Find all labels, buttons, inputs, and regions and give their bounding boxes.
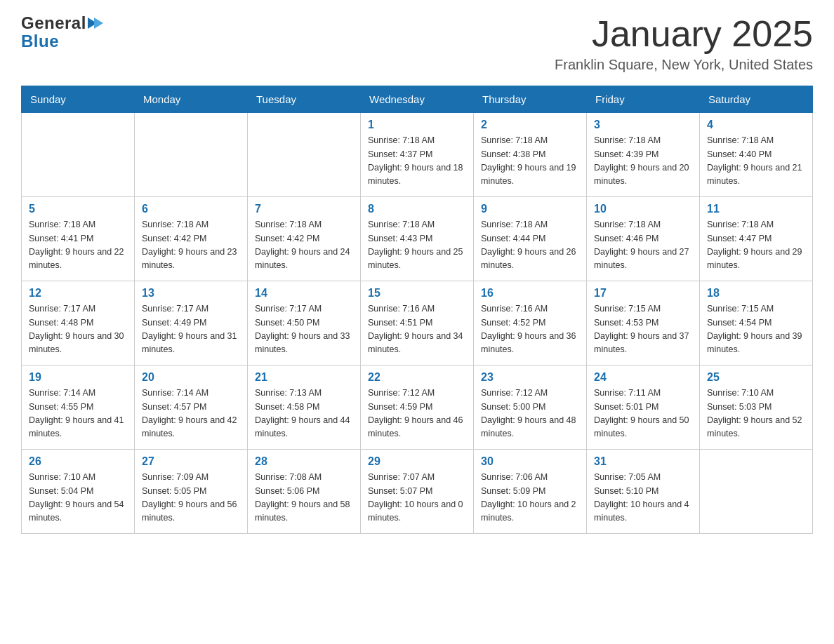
calendar-day-header: Tuesday	[248, 86, 361, 113]
calendar-cell: 28Sunrise: 7:08 AM Sunset: 5:06 PM Dayli…	[248, 450, 361, 534]
calendar-week-row: 12Sunrise: 7:17 AM Sunset: 4:48 PM Dayli…	[22, 281, 813, 365]
calendar-cell: 27Sunrise: 7:09 AM Sunset: 5:05 PM Dayli…	[135, 450, 248, 534]
day-number: 26	[29, 455, 127, 468]
day-info: Sunrise: 7:10 AM Sunset: 5:04 PM Dayligh…	[29, 471, 127, 525]
calendar-table: SundayMondayTuesdayWednesdayThursdayFrid…	[21, 86, 813, 534]
day-info: Sunrise: 7:09 AM Sunset: 5:05 PM Dayligh…	[142, 471, 240, 525]
day-number: 14	[255, 287, 353, 300]
calendar-week-row: 26Sunrise: 7:10 AM Sunset: 5:04 PM Dayli…	[22, 450, 813, 534]
calendar-cell: 17Sunrise: 7:15 AM Sunset: 4:53 PM Dayli…	[587, 281, 700, 365]
day-info: Sunrise: 7:07 AM Sunset: 5:07 PM Dayligh…	[368, 471, 466, 525]
day-number: 13	[142, 287, 240, 300]
calendar-cell	[700, 450, 813, 534]
day-info: Sunrise: 7:18 AM Sunset: 4:40 PM Dayligh…	[707, 134, 805, 189]
day-number: 24	[594, 371, 692, 384]
day-info: Sunrise: 7:17 AM Sunset: 4:49 PM Dayligh…	[142, 302, 240, 357]
day-number: 7	[255, 203, 353, 215]
day-number: 29	[368, 455, 466, 468]
day-number: 8	[368, 203, 466, 215]
day-number: 12	[29, 287, 127, 300]
calendar-day-header: Wednesday	[361, 86, 474, 113]
title-section: January 2025 Franklin Square, New York, …	[555, 14, 813, 73]
day-info: Sunrise: 7:06 AM Sunset: 5:09 PM Dayligh…	[481, 471, 579, 525]
day-info: Sunrise: 7:15 AM Sunset: 4:54 PM Dayligh…	[707, 302, 805, 357]
calendar-day-header: Saturday	[700, 86, 813, 113]
day-number: 11	[707, 203, 805, 215]
calendar-day-header: Friday	[587, 86, 700, 113]
day-info: Sunrise: 7:18 AM Sunset: 4:46 PM Dayligh…	[594, 218, 692, 273]
calendar-day-header: Sunday	[22, 86, 135, 113]
day-info: Sunrise: 7:10 AM Sunset: 5:03 PM Dayligh…	[707, 387, 805, 441]
calendar-cell	[248, 113, 361, 197]
calendar-week-row: 1Sunrise: 7:18 AM Sunset: 4:37 PM Daylig…	[22, 113, 813, 197]
day-number: 1	[368, 119, 466, 131]
calendar-cell: 9Sunrise: 7:18 AM Sunset: 4:44 PM Daylig…	[474, 197, 587, 281]
day-number: 15	[368, 287, 466, 300]
day-number: 2	[481, 119, 579, 131]
page-header: General Blue January 2025 Franklin Squar…	[21, 14, 813, 73]
day-number: 20	[142, 371, 240, 384]
day-info: Sunrise: 7:18 AM Sunset: 4:42 PM Dayligh…	[255, 218, 353, 273]
day-info: Sunrise: 7:15 AM Sunset: 4:53 PM Dayligh…	[594, 302, 692, 357]
logo-general-text: General	[21, 14, 86, 32]
day-info: Sunrise: 7:17 AM Sunset: 4:50 PM Dayligh…	[255, 302, 353, 357]
calendar-cell: 21Sunrise: 7:13 AM Sunset: 4:58 PM Dayli…	[248, 365, 361, 450]
calendar-cell: 5Sunrise: 7:18 AM Sunset: 4:41 PM Daylig…	[22, 197, 135, 281]
day-number: 9	[481, 203, 579, 215]
calendar-day-header: Thursday	[474, 86, 587, 113]
day-info: Sunrise: 7:18 AM Sunset: 4:37 PM Dayligh…	[368, 134, 466, 189]
calendar-cell: 1Sunrise: 7:18 AM Sunset: 4:37 PM Daylig…	[361, 113, 474, 197]
day-info: Sunrise: 7:17 AM Sunset: 4:48 PM Dayligh…	[29, 302, 127, 357]
calendar-cell: 29Sunrise: 7:07 AM Sunset: 5:07 PM Dayli…	[361, 450, 474, 534]
calendar-cell: 4Sunrise: 7:18 AM Sunset: 4:40 PM Daylig…	[700, 113, 813, 197]
logo: General Blue	[21, 14, 103, 51]
calendar-week-row: 19Sunrise: 7:14 AM Sunset: 4:55 PM Dayli…	[22, 365, 813, 450]
calendar-cell	[22, 113, 135, 197]
day-number: 16	[481, 287, 579, 300]
calendar-cell: 20Sunrise: 7:14 AM Sunset: 4:57 PM Dayli…	[135, 365, 248, 450]
calendar-header-row: SundayMondayTuesdayWednesdayThursdayFrid…	[22, 86, 813, 113]
day-info: Sunrise: 7:18 AM Sunset: 4:44 PM Dayligh…	[481, 218, 579, 273]
day-info: Sunrise: 7:16 AM Sunset: 4:51 PM Dayligh…	[368, 302, 466, 357]
calendar-cell: 30Sunrise: 7:06 AM Sunset: 5:09 PM Dayli…	[474, 450, 587, 534]
logo-arrow-light	[94, 18, 103, 29]
day-number: 6	[142, 203, 240, 215]
calendar-cell: 19Sunrise: 7:14 AM Sunset: 4:55 PM Dayli…	[22, 365, 135, 450]
calendar-cell: 23Sunrise: 7:12 AM Sunset: 5:00 PM Dayli…	[474, 365, 587, 450]
day-number: 22	[368, 371, 466, 384]
day-number: 21	[255, 371, 353, 384]
calendar-cell: 11Sunrise: 7:18 AM Sunset: 4:47 PM Dayli…	[700, 197, 813, 281]
calendar-cell: 26Sunrise: 7:10 AM Sunset: 5:04 PM Dayli…	[22, 450, 135, 534]
day-number: 5	[29, 203, 127, 215]
day-info: Sunrise: 7:12 AM Sunset: 4:59 PM Dayligh…	[368, 387, 466, 441]
day-info: Sunrise: 7:05 AM Sunset: 5:10 PM Dayligh…	[594, 471, 692, 525]
location-text: Franklin Square, New York, United States	[555, 57, 813, 73]
calendar-cell: 13Sunrise: 7:17 AM Sunset: 4:49 PM Dayli…	[135, 281, 248, 365]
calendar-cell: 18Sunrise: 7:15 AM Sunset: 4:54 PM Dayli…	[700, 281, 813, 365]
calendar-cell: 14Sunrise: 7:17 AM Sunset: 4:50 PM Dayli…	[248, 281, 361, 365]
calendar-day-header: Monday	[135, 86, 248, 113]
calendar-cell: 3Sunrise: 7:18 AM Sunset: 4:39 PM Daylig…	[587, 113, 700, 197]
calendar-cell: 8Sunrise: 7:18 AM Sunset: 4:43 PM Daylig…	[361, 197, 474, 281]
day-number: 28	[255, 455, 353, 468]
day-info: Sunrise: 7:16 AM Sunset: 4:52 PM Dayligh…	[481, 302, 579, 357]
calendar-cell: 7Sunrise: 7:18 AM Sunset: 4:42 PM Daylig…	[248, 197, 361, 281]
day-number: 18	[707, 287, 805, 300]
day-info: Sunrise: 7:18 AM Sunset: 4:42 PM Dayligh…	[142, 218, 240, 273]
day-number: 30	[481, 455, 579, 468]
day-info: Sunrise: 7:18 AM Sunset: 4:43 PM Dayligh…	[368, 218, 466, 273]
day-info: Sunrise: 7:14 AM Sunset: 4:55 PM Dayligh…	[29, 387, 127, 441]
calendar-cell: 15Sunrise: 7:16 AM Sunset: 4:51 PM Dayli…	[361, 281, 474, 365]
day-number: 31	[594, 455, 692, 468]
month-title: January 2025	[555, 14, 813, 54]
calendar-cell: 25Sunrise: 7:10 AM Sunset: 5:03 PM Dayli…	[700, 365, 813, 450]
day-number: 17	[594, 287, 692, 300]
day-number: 3	[594, 119, 692, 131]
logo-blue-text: Blue	[21, 32, 59, 51]
calendar-week-row: 5Sunrise: 7:18 AM Sunset: 4:41 PM Daylig…	[22, 197, 813, 281]
calendar-cell: 6Sunrise: 7:18 AM Sunset: 4:42 PM Daylig…	[135, 197, 248, 281]
day-info: Sunrise: 7:18 AM Sunset: 4:38 PM Dayligh…	[481, 134, 579, 189]
calendar-cell: 10Sunrise: 7:18 AM Sunset: 4:46 PM Dayli…	[587, 197, 700, 281]
day-number: 19	[29, 371, 127, 384]
day-info: Sunrise: 7:12 AM Sunset: 5:00 PM Dayligh…	[481, 387, 579, 441]
